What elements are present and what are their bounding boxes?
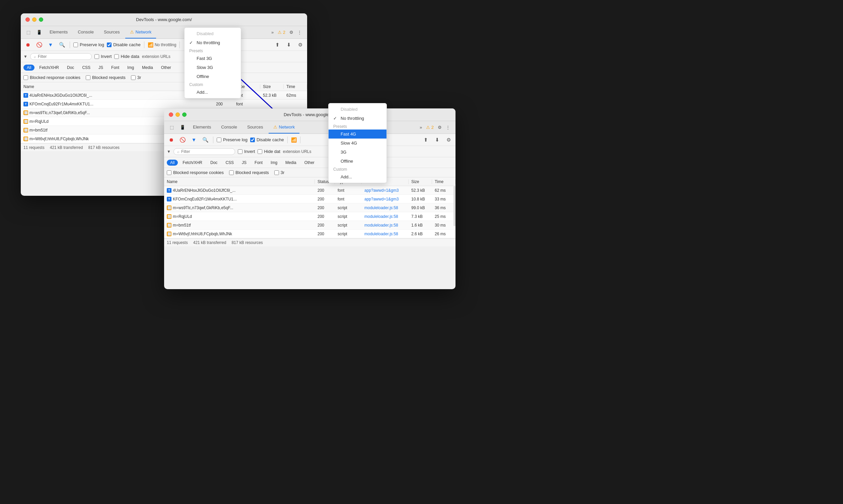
- preserve-log-1[interactable]: Preserve log: [73, 42, 104, 47]
- blocked-cookies-cb-1[interactable]: [23, 75, 28, 80]
- preserve-log-checkbox-2[interactable]: [217, 138, 222, 142]
- invert-checkbox-2[interactable]: [238, 149, 243, 154]
- table-row[interactable]: ⬜ m=ws9Tlc,n73qwf,GkRiKb,e5qF... 200 scr…: [164, 203, 456, 212]
- dropdown-fast4g-2[interactable]: Fast 4G: [329, 129, 386, 139]
- disable-cache-checkbox-2[interactable]: [250, 138, 255, 142]
- maximize-button-1[interactable]: [39, 17, 43, 22]
- minimize-button-1[interactable]: [32, 17, 36, 22]
- invert-check-1[interactable]: Invert: [94, 54, 112, 59]
- upload-icon-2[interactable]: ⬆: [421, 136, 430, 144]
- tab-console-1[interactable]: Console: [73, 26, 99, 38]
- throttle-dropdown-1[interactable]: 📶 No throttling: [148, 42, 176, 48]
- td-initiator-2-1[interactable]: app?awwd=1&gm3: [362, 197, 409, 201]
- type-fetch-2[interactable]: Fetch/XHR: [179, 160, 206, 166]
- third-party-cb-1[interactable]: [131, 75, 136, 80]
- blocked-cookies-cb-2[interactable]: [167, 170, 172, 175]
- gear-icon-1[interactable]: ⚙: [289, 30, 293, 35]
- dropdown-offline-2[interactable]: Offline: [329, 157, 386, 166]
- third-party-1[interactable]: 3r: [131, 75, 141, 80]
- table-row[interactable]: ⬜ m=RqjULd 200 script moduleloader.js:58…: [164, 212, 456, 221]
- invert-check-2[interactable]: Invert: [238, 149, 255, 154]
- blocked-cookies-2[interactable]: Blocked response cookies: [167, 170, 224, 175]
- blocked-requests-cb-2[interactable]: [229, 170, 234, 175]
- filter-btn-1[interactable]: ▼: [46, 40, 55, 49]
- hide-data-check-1[interactable]: Hide data: [114, 54, 139, 59]
- tab-more-2[interactable]: » ⚠ 2 ⚙ ⋮: [417, 121, 453, 133]
- blocked-requests-1[interactable]: Blocked requests: [86, 75, 126, 80]
- filter-input-2[interactable]: [181, 149, 231, 154]
- scrollbar-2[interactable]: [454, 186, 456, 226]
- td-initiator-2-4[interactable]: moduleloader.js:58: [362, 223, 409, 228]
- device-icon-2[interactable]: 📱: [177, 121, 188, 133]
- clear-btn-1[interactable]: 🚫: [35, 40, 43, 49]
- type-media-2[interactable]: Media: [282, 160, 300, 166]
- more-icon-1[interactable]: ⋮: [297, 30, 302, 35]
- tab-elements-2[interactable]: Elements: [188, 121, 216, 133]
- table-row[interactable]: T 4UaRrENHsxJlGDuGo1OIlJfC6l_... 200 fon…: [164, 186, 456, 195]
- tab-sources-1[interactable]: Sources: [99, 26, 125, 38]
- preserve-log-checkbox-1[interactable]: [73, 42, 78, 47]
- download-icon-1[interactable]: ⬇: [284, 40, 293, 49]
- tab-network-2[interactable]: ⚠ Network: [269, 121, 300, 133]
- dropdown-fast3g-1[interactable]: Fast 3G: [185, 54, 241, 63]
- third-party-2[interactable]: 3r: [274, 170, 285, 175]
- type-font-1[interactable]: Font: [108, 65, 123, 71]
- dropdown-no-throttling-1[interactable]: No throttling: [185, 38, 241, 47]
- hide-data-checkbox-2[interactable]: [258, 149, 262, 154]
- download-icon-2[interactable]: ⬇: [433, 136, 441, 144]
- tab-console-2[interactable]: Console: [216, 121, 242, 133]
- dropdown-slow4g-2[interactable]: Slow 4G: [329, 139, 386, 148]
- preserve-log-2[interactable]: Preserve log: [217, 137, 247, 142]
- type-media-1[interactable]: Media: [139, 65, 156, 71]
- type-fetch-1[interactable]: Fetch/XHR: [36, 65, 62, 71]
- td-initiator-2-3[interactable]: moduleloader.js:58: [362, 214, 409, 219]
- settings-icon-2[interactable]: ⚙: [444, 136, 453, 144]
- type-js-1[interactable]: JS: [95, 65, 106, 71]
- filter-input-wrap-2[interactable]: ⌕: [174, 148, 235, 155]
- clear-btn-2[interactable]: 🚫: [178, 136, 187, 144]
- blocked-cookies-1[interactable]: Blocked response cookies: [23, 75, 81, 80]
- blocked-requests-2[interactable]: Blocked requests: [229, 170, 269, 175]
- table-row[interactable]: ⬜ m=bm51tf 200 script moduleloader.js:58…: [164, 221, 456, 230]
- upload-icon-1[interactable]: ⬆: [273, 40, 282, 49]
- dropdown-3g-2[interactable]: 3G: [329, 148, 386, 157]
- close-button-2[interactable]: [169, 112, 173, 117]
- device-icon-1[interactable]: 📱: [34, 26, 44, 38]
- table-row[interactable]: T 4UaRrENHsxJlGDuGo1OIlJfC6l_... 200 fon…: [21, 91, 307, 100]
- type-font-2[interactable]: Font: [251, 160, 266, 166]
- dropdown-add-2[interactable]: Add...: [329, 172, 386, 181]
- blocked-requests-cb-1[interactable]: [86, 75, 90, 80]
- tab-sources-2[interactable]: Sources: [243, 121, 268, 133]
- tab-elements-1[interactable]: Elements: [45, 26, 72, 38]
- table-row[interactable]: ⬜ m=Wt6vjf,hhhU8,FCpbqb,WhJNk 200 script…: [164, 230, 456, 238]
- table-row[interactable]: T KFOmCnqEu92Fr1Mu4mxKKTU1... 200 font: [21, 100, 307, 108]
- throttle-dropdown-2[interactable]: 📶: [291, 137, 297, 143]
- disable-cache-1[interactable]: Disable cache: [107, 42, 141, 47]
- search-btn-1[interactable]: 🔍: [58, 40, 66, 49]
- type-all-2[interactable]: All: [167, 160, 178, 166]
- dropdown-slow3g-1[interactable]: Slow 3G: [185, 63, 241, 72]
- minimize-button-2[interactable]: [176, 112, 180, 117]
- hide-data-check-2[interactable]: Hide dat: [258, 149, 280, 154]
- type-img-2[interactable]: Img: [267, 160, 281, 166]
- type-css-2[interactable]: CSS: [222, 160, 237, 166]
- settings-icon-1[interactable]: ⚙: [296, 40, 304, 49]
- type-other-2[interactable]: Other: [301, 160, 318, 166]
- dropdown-no-throttling-2[interactable]: No throttling: [329, 114, 386, 123]
- filter-input-1[interactable]: [38, 54, 88, 59]
- search-btn-2[interactable]: 🔍: [201, 136, 210, 144]
- filter-btn-2[interactable]: ▼: [190, 136, 198, 144]
- type-img-1[interactable]: Img: [124, 65, 137, 71]
- dropdown-offline-1[interactable]: Offline: [185, 72, 241, 81]
- type-doc-2[interactable]: Doc: [207, 160, 221, 166]
- maximize-button-2[interactable]: [182, 112, 187, 117]
- type-doc-1[interactable]: Doc: [64, 65, 77, 71]
- record-btn-2[interactable]: ⏺: [167, 136, 176, 144]
- invert-checkbox-1[interactable]: [94, 54, 99, 59]
- dropdown-add-1[interactable]: Add...: [185, 88, 241, 97]
- tab-more-1[interactable]: » ⚠ 2 ⚙ ⋮: [269, 26, 304, 38]
- cursor-icon-2[interactable]: ⬚: [167, 121, 177, 133]
- record-btn-1[interactable]: ⏺: [23, 40, 32, 49]
- td-initiator-2-2[interactable]: moduleloader.js:58: [362, 205, 409, 210]
- disable-cache-2[interactable]: Disable cache: [250, 137, 284, 142]
